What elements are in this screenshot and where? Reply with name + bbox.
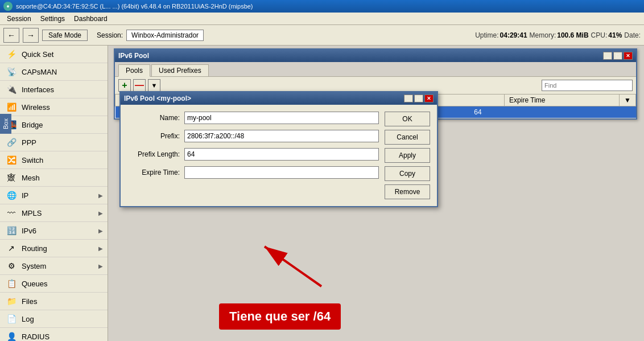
forward-button[interactable]: → bbox=[23, 28, 39, 43]
sidebar-label-queues: Queues bbox=[22, 280, 48, 288]
ipv6-icon: 🔢 bbox=[6, 225, 17, 236]
menu-settings[interactable]: Settings bbox=[36, 14, 69, 24]
cpu-value: 41% bbox=[608, 31, 622, 39]
sidebar-item-capsman[interactable]: 📡 CAPsMAN bbox=[0, 63, 108, 81]
sidebar-item-routing[interactable]: ↗ Routing ▶ bbox=[0, 240, 108, 257]
session-value: Winbox-Administrador bbox=[126, 30, 204, 41]
sidebar-item-interfaces[interactable]: 🔌 Interfaces bbox=[0, 81, 108, 98]
routing-arrow-icon: ▶ bbox=[98, 245, 103, 252]
sidebar-label-capsman: CAPsMAN bbox=[22, 68, 57, 76]
close-button[interactable]: ✕ bbox=[624, 52, 633, 60]
mpls-arrow-icon: ▶ bbox=[98, 210, 103, 216]
system-icon: ⚙ bbox=[6, 260, 17, 272]
sidebar-item-queues[interactable]: 📋 Queues bbox=[0, 275, 108, 293]
radius-icon: 👤 bbox=[6, 331, 17, 341]
sidebar-label-ipv6: IPv6 bbox=[22, 227, 36, 235]
sidebar-item-ppp[interactable]: 🔗 PPP bbox=[0, 134, 108, 151]
expire-time-input[interactable] bbox=[184, 166, 379, 179]
log-icon: 📄 bbox=[6, 313, 17, 324]
annotation-layer: Tiene que ser /64 bbox=[219, 303, 341, 330]
sidebar-label-ip: IP bbox=[22, 191, 28, 200]
col-dropdown[interactable]: ▼ bbox=[620, 95, 636, 106]
tab-pools[interactable]: Pools bbox=[118, 64, 150, 77]
prefix-label: Prefix: bbox=[127, 132, 184, 140]
subtitle-text: (64bit) v6.48.4 on RB2011UiAS-2HnD (mips… bbox=[121, 3, 253, 10]
ipv6-pool-dialog: IPv6 Pool <my-pool> _ □ ✕ Name: Prefix: bbox=[119, 91, 438, 207]
sidebar-item-system[interactable]: ⚙ System ▶ bbox=[0, 257, 108, 275]
cancel-button[interactable]: Cancel bbox=[385, 130, 430, 145]
menu-session[interactable]: Session bbox=[2, 14, 36, 24]
title-bar: ● soporte@C4:AD:34:7E:92:5C (L... ...) (… bbox=[0, 0, 644, 13]
minimize-button[interactable]: _ bbox=[603, 52, 612, 60]
tab-used-prefixes[interactable]: Used Prefixes bbox=[151, 64, 209, 76]
maximize-button[interactable]: □ bbox=[613, 52, 622, 60]
sidebar-item-log[interactable]: 📄 Log bbox=[0, 310, 108, 328]
filter-button[interactable]: ▼ bbox=[148, 79, 160, 92]
dialog-title-text: IPv6 Pool <my-pool> bbox=[124, 95, 191, 102]
prefix-length-label: Prefix Length: bbox=[127, 150, 184, 158]
dialog-body: Name: Prefix: Prefix Length: Expire Time… bbox=[121, 105, 437, 206]
safe-mode-button[interactable]: Safe Mode bbox=[42, 30, 88, 41]
sidebar-label-mpls: MPLS bbox=[22, 209, 42, 217]
ok-button[interactable]: OK bbox=[385, 112, 430, 126]
name-label: Name: bbox=[127, 114, 184, 122]
mpls-icon: 〰 bbox=[6, 207, 17, 219]
form-row-expire-time: Expire Time: bbox=[127, 166, 379, 179]
col-expire-time: Expire Time bbox=[505, 95, 620, 106]
sidebar-item-mesh[interactable]: 🕸 Mesh bbox=[0, 169, 108, 187]
uptime-label: Uptime: bbox=[475, 31, 498, 39]
sidebar-label-quick-set: Quick Set bbox=[22, 50, 53, 59]
name-input[interactable] bbox=[184, 112, 379, 124]
prefix-input[interactable] bbox=[184, 130, 379, 142]
window-controls: _ □ ✕ bbox=[603, 52, 633, 60]
memory-value: 100.6 MiB bbox=[557, 31, 588, 39]
window-title-bar: IPv6 Pool _ □ ✕ bbox=[115, 50, 636, 62]
dialog-window-controls: _ □ ✕ bbox=[404, 95, 434, 102]
back-button[interactable]: ← bbox=[3, 28, 19, 43]
menu-bar: Session Settings Dashboard bbox=[0, 13, 644, 25]
dialog-title-bar: IPv6 Pool <my-pool> _ □ ✕ bbox=[121, 92, 437, 105]
ipv6-arrow-icon: ▶ bbox=[98, 228, 103, 234]
session-label: Session: bbox=[97, 31, 123, 39]
switch-icon: 🔀 bbox=[6, 154, 17, 166]
sidebar-label-system: System bbox=[22, 262, 46, 270]
sidebar-item-files[interactable]: 📁 Files bbox=[0, 293, 108, 310]
ip-icon: 🌐 bbox=[6, 190, 17, 201]
ppp-icon: 🔗 bbox=[6, 137, 17, 148]
find-input[interactable] bbox=[542, 80, 633, 91]
sidebar-item-mpls[interactable]: 〰 MPLS ▶ bbox=[0, 204, 108, 222]
sidebar-label-ppp: PPP bbox=[22, 138, 36, 147]
dialog-btn-area: OK Cancel Apply Copy Remove bbox=[385, 112, 430, 199]
sidebar-item-ipv6[interactable]: 🔢 IPv6 ▶ bbox=[0, 222, 108, 240]
remove-button[interactable]: — bbox=[133, 79, 146, 92]
apply-button[interactable]: Apply bbox=[385, 148, 430, 163]
dialog-minimize-button[interactable]: _ bbox=[404, 95, 413, 102]
sidebar-item-switch[interactable]: 🔀 Switch bbox=[0, 151, 108, 169]
sidebar-item-radius[interactable]: 👤 RADIUS bbox=[0, 328, 108, 341]
toolbar: ← → Safe Mode Session: Winbox-Administra… bbox=[0, 25, 644, 46]
files-icon: 📁 bbox=[6, 295, 17, 307]
app-icon: ● bbox=[3, 2, 13, 11]
title-text: soporte@C4:AD:34:7E:92:5C (L... ...) bbox=[16, 3, 119, 10]
sidebar-item-ip[interactable]: 🌐 IP ▶ bbox=[0, 187, 108, 204]
cpu-label: CPU: bbox=[591, 31, 608, 39]
dialog-close-button[interactable]: ✕ bbox=[424, 95, 434, 102]
annotation-text: Tiene que ser /64 bbox=[219, 303, 341, 330]
ip-arrow-icon: ▶ bbox=[98, 192, 103, 199]
form-row-name: Name: bbox=[127, 112, 379, 124]
remove-button[interactable]: Remove bbox=[385, 184, 430, 199]
window-title-text: IPv6 Pool bbox=[118, 52, 149, 60]
main-layout: Box ⚡ Quick Set 📡 CAPsMAN 🔌 Interfaces 📶… bbox=[0, 46, 644, 341]
sidebar-label-wireless: Wireless bbox=[22, 103, 50, 112]
sidebar-label-interfaces: Interfaces bbox=[22, 85, 54, 94]
prefix-length-input[interactable] bbox=[184, 148, 379, 161]
uptime-value: 04:29:41 bbox=[500, 31, 527, 39]
menu-dashboard[interactable]: Dashboard bbox=[69, 14, 112, 24]
add-button[interactable]: + bbox=[118, 79, 131, 92]
sidebar-item-wireless[interactable]: 📶 Wireless bbox=[0, 98, 108, 116]
sidebar-item-bridge[interactable]: 🌉 Bridge bbox=[0, 116, 108, 134]
dialog-maximize-button[interactable]: □ bbox=[414, 95, 423, 102]
copy-button[interactable]: Copy bbox=[385, 166, 430, 181]
system-arrow-icon: ▶ bbox=[98, 263, 103, 269]
sidebar-item-quick-set[interactable]: ⚡ Quick Set bbox=[0, 46, 108, 63]
